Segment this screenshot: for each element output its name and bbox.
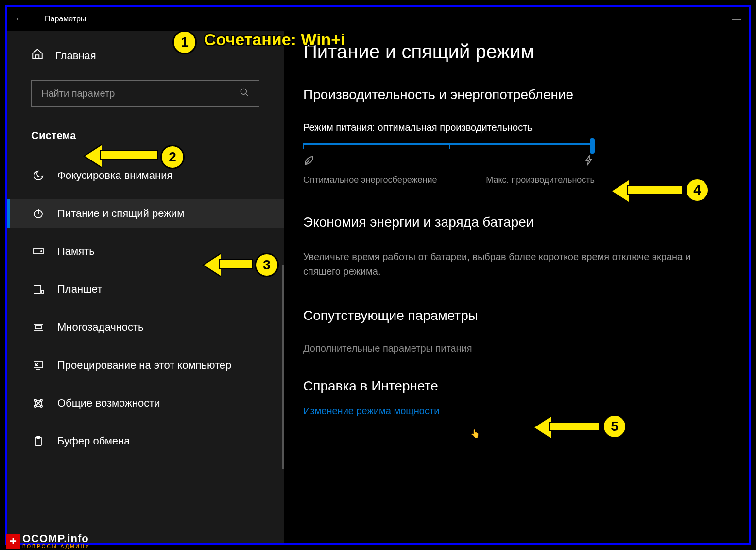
nav-multitasking[interactable]: Многозадачность [7,313,284,341]
nav-label: Питание и спящий режим [57,207,184,220]
storage-icon [31,248,46,255]
multitask-icon [31,321,46,333]
search-icon [240,88,249,100]
tablet-icon [31,284,46,295]
annotation-badge-1: 1 [172,30,197,54]
annotation-badge-4: 4 [685,178,709,202]
search-box[interactable] [31,80,259,107]
watermark-logo: + [6,534,20,549]
back-button[interactable]: ← [15,13,25,25]
svg-rect-10 [35,326,41,329]
slider-icons [303,155,595,169]
nav-shared[interactable]: Общие возможности [7,389,284,417]
nav-label: Фокусировка внимания [57,169,172,182]
window-title: Параметры [45,15,86,23]
shared-icon [31,397,46,409]
minimize-button[interactable]: — [732,14,741,25]
slider-track [303,143,595,145]
nav-label: Многозадачность [57,321,144,334]
watermark-main: OCOMP.info [22,533,90,544]
home-icon [31,48,44,64]
moon-icon [31,170,46,181]
battery-section-title: Экономия энергии и заряда батареи [303,214,730,230]
annotation-badge-5: 5 [602,414,627,439]
leaf-icon [303,155,315,169]
battery-desc: Увеличьте время работы от батареи, выбра… [303,249,730,279]
slider-max-label: Макс. производительность [486,175,595,185]
slider-min-label: Оптимальное энергосбережение [303,175,437,185]
svg-point-14 [40,399,42,401]
nav-label: Общие возможности [57,397,160,409]
bolt-icon [583,155,595,169]
nav-label: Проецирование на этот компьютер [57,359,231,372]
watermark-sub: ВОПРОСЫ АДМИНУ [22,544,90,549]
slider-thumb[interactable] [590,138,595,154]
svg-point-16 [40,405,42,407]
nav-label: Память [57,245,95,258]
power-mode-label: Режим питания: оптимальная производитель… [303,122,730,133]
perf-section-title: Производительность и энергопотребление [303,87,730,103]
project-icon [31,359,46,371]
nav-projecting[interactable]: Проецирование на этот компьютер [7,351,284,379]
sidebar: Главная Система Фокусировка внимания П [7,31,284,543]
svg-point-15 [34,405,36,407]
nav-clipboard[interactable]: Буфер обмена [7,427,284,455]
content-area: Главная Система Фокусировка внимания П [7,31,749,543]
annotation-badge-2: 2 [160,145,185,169]
power-icon [31,208,46,219]
change-power-mode-link[interactable]: Изменение режима мощности [303,406,439,416]
help-section-title: Справка в Интернете [303,378,730,394]
annotation-text-1: Сочетание: Win+i [204,30,345,49]
additional-power-link[interactable]: Дополнительные параметры питания [303,343,730,354]
nav-focus-assist[interactable]: Фокусировка внимания [7,161,284,190]
search-input[interactable] [41,88,240,99]
main-content: Питание и спящий режим Производительност… [284,31,749,543]
svg-rect-6 [34,285,41,293]
svg-rect-7 [42,290,44,293]
slider-labels: Оптимальное энергосбережение Макс. произ… [303,175,595,185]
related-section-title: Сопутствующие параметры [303,308,730,323]
cursor-icon: 👆 [470,429,480,438]
nav-label: Планшет [57,283,102,296]
page-title: Питание и спящий режим [303,41,730,63]
home-label: Главная [55,50,96,62]
settings-window: ← Параметры — Главная Система [5,5,751,545]
power-slider[interactable] [303,143,595,145]
svg-point-13 [34,399,36,401]
nav-tablet[interactable]: Планшет [7,275,284,303]
nav-power-sleep[interactable]: Питание и спящий режим [7,199,284,228]
clipboard-icon [31,435,46,447]
svg-line-1 [246,94,248,96]
svg-rect-11 [34,362,43,368]
scrollbar[interactable] [282,265,284,469]
watermark: + OCOMP.info ВОПРОСЫ АДМИНУ [6,533,90,549]
svg-point-5 [41,251,42,252]
nav-label: Буфер обмена [57,435,130,447]
svg-point-0 [241,89,247,95]
titlebar: ← Параметры — [7,7,749,31]
annotation-badge-3: 3 [255,253,279,277]
